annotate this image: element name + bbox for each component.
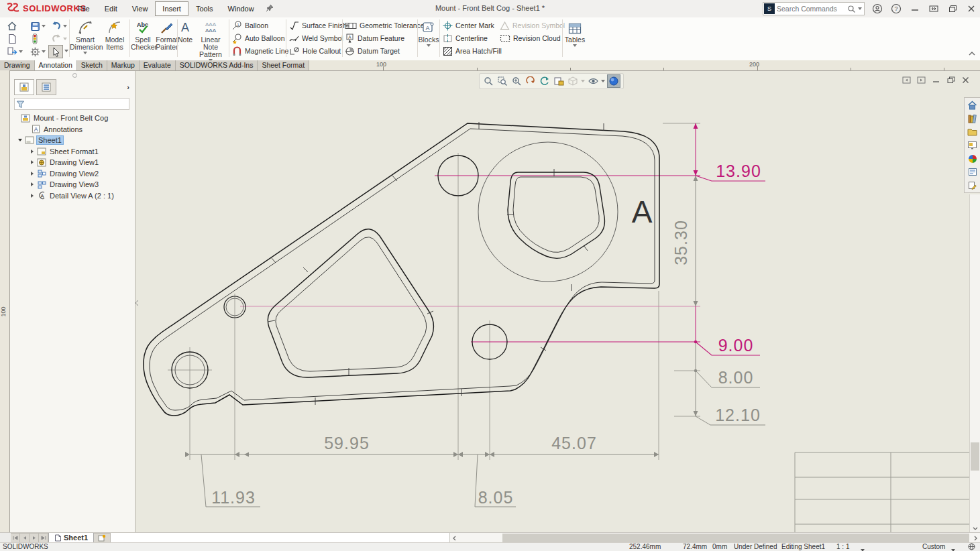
appearances-icon[interactable] xyxy=(966,153,979,164)
balloon-button[interactable]: 1 Balloon xyxy=(232,19,268,32)
feature-manager-tab[interactable] xyxy=(14,79,34,95)
tree-filter-bar[interactable] xyxy=(14,98,129,110)
search-commands-box[interactable]: S xyxy=(763,2,865,15)
tables-button[interactable]: Tables xyxy=(563,19,586,59)
pane-right-button[interactable] xyxy=(916,75,926,84)
panel-expand-chevron[interactable]: › xyxy=(127,83,129,91)
rotate-view-button[interactable] xyxy=(525,75,537,87)
previous-view-button[interactable] xyxy=(539,75,551,87)
add-sheet-tab[interactable] xyxy=(94,533,111,543)
tab-annotation[interactable]: Annotation xyxy=(35,60,77,70)
pin-menu-icon[interactable] xyxy=(266,4,274,13)
undo-button[interactable] xyxy=(50,20,63,32)
revision-cloud-button[interactable]: Revision Cloud xyxy=(500,32,561,44)
scale-dropdown-caret[interactable] xyxy=(861,546,865,551)
detail-label-A[interactable]: A xyxy=(632,194,653,229)
publish-button[interactable] xyxy=(5,46,19,58)
prev-sheet-button[interactable] xyxy=(20,533,30,543)
tab-solidworks-add-ins[interactable]: SOLIDWORKS Add-Ins xyxy=(176,60,258,70)
forum-icon[interactable] xyxy=(966,180,979,191)
format-painter-button[interactable]: Format Painter xyxy=(156,19,178,59)
file-explorer-icon[interactable] xyxy=(966,126,979,137)
help-icon[interactable]: ? xyxy=(890,3,902,15)
units-dropdown-caret[interactable] xyxy=(951,546,955,551)
options-gear-button[interactable] xyxy=(28,46,42,58)
tree-item-sheet-format1[interactable]: Sheet Format1 xyxy=(13,146,133,158)
property-manager-tab[interactable] xyxy=(36,79,56,95)
tree-item-annotations[interactable]: A Annotations xyxy=(13,124,133,135)
search-dropdown-caret[interactable] xyxy=(858,7,862,10)
drawing-canvas[interactable]: A 59.95 45.07 11.93 8.05 xyxy=(0,70,980,533)
search-icon[interactable] xyxy=(847,5,856,13)
dimension-35-30[interactable]: 35.30 xyxy=(671,220,690,265)
triangular-cutout[interactable] xyxy=(268,229,433,377)
menu-tools[interactable]: Tools xyxy=(188,1,221,16)
detail-circle-A[interactable] xyxy=(478,142,618,282)
centerline-button[interactable]: Centerline xyxy=(443,32,488,44)
task-home-icon[interactable] xyxy=(966,99,979,111)
status-globe-icon[interactable] xyxy=(968,543,975,551)
center-mark-button[interactable]: Center Mark xyxy=(443,19,494,32)
panel-grip[interactable] xyxy=(72,73,77,78)
spell-checker-button[interactable]: Abc Spell Checker xyxy=(131,19,155,59)
undo-caret[interactable] xyxy=(63,25,67,27)
display-style-caret[interactable] xyxy=(601,80,605,82)
tree-root[interactable]: Mount - Front Belt Cog xyxy=(13,113,133,124)
tab-sketch[interactable]: Sketch xyxy=(77,60,107,70)
menu-view[interactable]: View xyxy=(125,1,156,16)
note-button[interactable]: A Note xyxy=(178,19,193,59)
horizontal-scrollbar[interactable] xyxy=(450,533,980,543)
restore-window-button[interactable] xyxy=(946,3,959,15)
dimension-9-00[interactable]: 9.00 xyxy=(696,336,760,355)
zoom-to-fit-button[interactable] xyxy=(482,75,494,87)
custom-properties-icon[interactable] xyxy=(966,166,979,178)
vertical-scrollbar[interactable] xyxy=(969,194,980,533)
zoom-to-area-button[interactable] xyxy=(496,75,508,87)
tab-markup[interactable]: Markup xyxy=(107,60,140,70)
tree-item-drawing-view2[interactable]: Drawing View2 xyxy=(13,168,133,180)
auto-balloon-button[interactable]: Auto Balloon xyxy=(232,32,285,44)
next-sheet-button[interactable] xyxy=(30,533,39,543)
sheet-properties-button[interactable] xyxy=(553,75,565,87)
tab-sheet-format[interactable]: Sheet Format xyxy=(258,60,309,70)
menu-window[interactable]: Window xyxy=(221,1,262,16)
doc-close-button[interactable] xyxy=(961,75,971,84)
dimension-13-90[interactable]: 13.90 xyxy=(696,162,765,181)
last-sheet-button[interactable] xyxy=(39,533,48,543)
select-tool-button[interactable] xyxy=(48,45,63,58)
dimension-59-95[interactable]: 59.95 xyxy=(324,434,370,452)
dimension-12-10[interactable]: 12.10 xyxy=(696,406,765,425)
tree-item-sheet1[interactable]: Sheet1 xyxy=(13,135,133,146)
home-button[interactable] xyxy=(5,20,19,32)
vertical-scrollbar-thumb[interactable] xyxy=(971,442,979,471)
close-window-button[interactable] xyxy=(965,3,977,15)
horizontal-scrollbar-thumb[interactable] xyxy=(502,534,969,542)
hole-callout-button[interactable]: Hole Callout xyxy=(289,45,341,57)
span-displays-button[interactable] xyxy=(928,3,940,15)
cog-slot-cutout[interactable] xyxy=(508,172,604,258)
scroll-right-arrow[interactable] xyxy=(971,533,980,543)
tree-item-drawing-view1[interactable]: Drawing View1 xyxy=(13,157,133,168)
scroll-down-arrow[interactable] xyxy=(970,524,980,533)
options-caret[interactable] xyxy=(42,50,46,53)
panel-collapse-arrow[interactable] xyxy=(135,300,139,308)
datum-feature-button[interactable]: A Datum Feature xyxy=(345,32,404,44)
area-hatch-fill-button[interactable]: Area Hatch/Fill xyxy=(443,45,502,57)
dimension-8-00[interactable]: 8.00 xyxy=(696,368,760,387)
first-sheet-button[interactable] xyxy=(11,533,20,543)
menu-edit[interactable]: Edit xyxy=(97,1,125,16)
tables-caret[interactable] xyxy=(573,44,577,47)
scroll-left-arrow[interactable] xyxy=(450,533,459,543)
pane-left-button[interactable] xyxy=(902,75,912,84)
tab-evaluate[interactable]: Evaluate xyxy=(140,60,176,70)
smart-dimension-button[interactable]: Smart Dimension xyxy=(70,19,101,59)
display-style-button[interactable] xyxy=(587,75,599,87)
menu-insert[interactable]: Insert xyxy=(155,1,188,16)
surface-finish-button[interactable]: Surface Finish xyxy=(289,19,347,32)
dimension-11-93[interactable]: 11.93 xyxy=(201,454,260,507)
datum-target-button[interactable]: Datum Target xyxy=(345,45,400,57)
rebuild-button[interactable] xyxy=(28,33,42,45)
publish-caret[interactable] xyxy=(19,50,23,53)
search-input[interactable] xyxy=(775,4,847,13)
holes[interactable] xyxy=(172,156,507,388)
